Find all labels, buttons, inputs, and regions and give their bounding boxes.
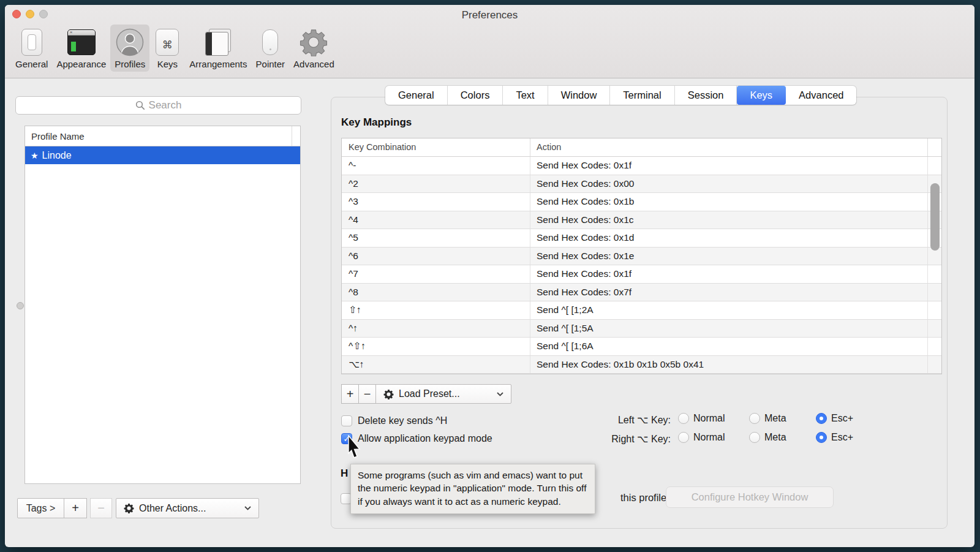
profile-actions-bar: Tags > + − Other Actions... bbox=[17, 498, 259, 518]
gear-icon bbox=[124, 503, 134, 513]
table-body: ^-Send Hex Codes: 0x1f ^2Send Hex Codes:… bbox=[342, 157, 941, 374]
radio-option-esc[interactable]: Esc+ bbox=[816, 413, 853, 424]
toolbar-item-label: General bbox=[15, 59, 48, 69]
radio-button[interactable] bbox=[678, 432, 689, 443]
right-option-radio-group: Normal Meta Esc+ bbox=[678, 432, 853, 443]
remove-profile-button[interactable]: − bbox=[90, 498, 112, 518]
gear-icon bbox=[383, 389, 394, 399]
search-icon bbox=[135, 100, 145, 110]
chevron-down-icon bbox=[244, 506, 251, 510]
window-title: Preferences bbox=[5, 9, 974, 21]
add-mapping-button[interactable]: + bbox=[341, 384, 359, 404]
mouse-icon bbox=[262, 28, 278, 57]
toolbar-item-appearance[interactable]: × Appearance bbox=[52, 25, 110, 72]
tab-text[interactable]: Text bbox=[503, 86, 548, 105]
keypad-checkbox-row: ✓ Allow application keypad mode bbox=[341, 433, 492, 444]
radio-option-esc[interactable]: Esc+ bbox=[816, 432, 853, 443]
configure-hotkey-window-button: Configure Hotkey Window bbox=[666, 486, 834, 508]
toolbar-item-label: Keys bbox=[157, 59, 178, 69]
toolbar-item-keys[interactable]: ⌘ Keys bbox=[149, 25, 185, 72]
radio-option-normal[interactable]: Normal bbox=[678, 432, 749, 443]
table-row[interactable]: ^2Send Hex Codes: 0x00 bbox=[342, 175, 941, 194]
tab-colors[interactable]: Colors bbox=[448, 86, 503, 105]
toolbar-item-general[interactable]: General bbox=[11, 25, 52, 72]
toolbar-item-arrangements[interactable]: Arrangements bbox=[185, 25, 251, 72]
search-input[interactable]: Search bbox=[15, 96, 301, 115]
tab-advanced[interactable]: Advanced bbox=[786, 86, 856, 105]
toolbar-item-pointer[interactable]: Pointer bbox=[252, 25, 290, 72]
default-profile-star-icon: ★ bbox=[31, 151, 39, 161]
toolbar-item-advanced[interactable]: Advanced bbox=[289, 25, 339, 72]
toolbar-item-label: Profiles bbox=[115, 59, 145, 69]
remove-mapping-button[interactable]: − bbox=[358, 384, 376, 404]
table-row[interactable]: ^↑Send ^[ [1;5A bbox=[342, 320, 941, 338]
splitter-handle[interactable] bbox=[17, 302, 24, 309]
delete-key-checkbox-row: Delete key sends ^H bbox=[341, 415, 447, 426]
key-mappings-heading: Key Mappings bbox=[341, 116, 412, 129]
toolbar-item-label: Pointer bbox=[256, 59, 285, 69]
table-row[interactable]: ^5Send Hex Codes: 0x1d bbox=[342, 229, 941, 248]
toolbar-item-label: Arrangements bbox=[189, 59, 247, 69]
load-preset-label: Load Preset... bbox=[399, 388, 460, 399]
person-icon bbox=[116, 28, 144, 57]
profile-name: Linode bbox=[42, 150, 72, 161]
radio-button[interactable] bbox=[749, 413, 760, 424]
column-header-action[interactable]: Action bbox=[530, 138, 928, 156]
tab-session[interactable]: Session bbox=[675, 86, 737, 105]
toolbar-item-profiles[interactable]: Profiles bbox=[110, 25, 149, 72]
command-key-icon: ⌘ bbox=[156, 28, 179, 57]
profile-list: Profile Name ★ Linode bbox=[24, 126, 301, 484]
tags-button[interactable]: Tags > bbox=[17, 498, 64, 518]
radio-button-selected[interactable] bbox=[816, 413, 827, 424]
radio-option-normal[interactable]: Normal bbox=[678, 413, 749, 424]
radio-button[interactable] bbox=[749, 432, 760, 443]
profile-row-linode[interactable]: ★ Linode bbox=[25, 146, 300, 164]
table-row[interactable]: ^6Send Hex Codes: 0x1e bbox=[342, 248, 941, 266]
table-header: Key Combination Action bbox=[342, 138, 941, 157]
appearance-window-icon: × bbox=[67, 28, 96, 57]
keypad-label: Allow application keypad mode bbox=[358, 433, 492, 444]
toolbar: General × Appearance bbox=[11, 25, 339, 72]
radio-option-meta[interactable]: Meta bbox=[749, 432, 816, 443]
toolbar-item-label: Appearance bbox=[56, 59, 106, 69]
delete-key-label: Delete key sends ^H bbox=[358, 415, 447, 426]
key-mappings-table: Key Combination Action ^-Send Hex Codes:… bbox=[341, 138, 942, 374]
keypad-tooltip: Some programs (such as vim and emacs) wa… bbox=[350, 464, 595, 514]
table-scrollbar-thumb[interactable] bbox=[930, 183, 940, 251]
other-actions-label: Other Actions... bbox=[139, 503, 206, 514]
tab-general[interactable]: General bbox=[385, 86, 448, 105]
table-row[interactable]: ⇧↑Send ^[ [1;2A bbox=[342, 301, 941, 320]
other-actions-popup[interactable]: Other Actions... bbox=[116, 498, 259, 518]
hotkey-heading-partial: H bbox=[341, 467, 348, 480]
key-mappings-controls: + − Load Preset... bbox=[341, 384, 511, 404]
table-row[interactable]: ^-Send Hex Codes: 0x1f bbox=[342, 157, 941, 175]
toggle-icon bbox=[21, 28, 42, 57]
column-header-spacer bbox=[928, 138, 941, 156]
preferences-window: Preferences General × Appearance bbox=[5, 5, 974, 547]
profile-list-header[interactable]: Profile Name bbox=[25, 126, 300, 146]
tab-terminal[interactable]: Terminal bbox=[610, 86, 674, 105]
radio-button[interactable] bbox=[678, 413, 689, 424]
column-header-key-combination[interactable]: Key Combination bbox=[342, 138, 530, 156]
add-profile-button[interactable]: + bbox=[64, 498, 87, 518]
profile-tabs: General Colors Text Window Terminal Sess… bbox=[385, 86, 856, 105]
table-row[interactable]: ^8Send Hex Codes: 0x7f bbox=[342, 284, 941, 302]
delete-key-checkbox[interactable] bbox=[341, 415, 352, 426]
tab-window[interactable]: Window bbox=[548, 86, 611, 105]
radio-button-selected[interactable] bbox=[816, 432, 827, 443]
table-row[interactable]: ^7Send Hex Codes: 0x1f bbox=[342, 265, 941, 284]
mouse-cursor-icon bbox=[347, 435, 363, 458]
radio-option-meta[interactable]: Meta bbox=[749, 413, 816, 424]
table-row[interactable]: ^4Send Hex Codes: 0x1c bbox=[342, 211, 941, 230]
table-row[interactable]: ^⇧↑Send ^[ [1;6A bbox=[342, 338, 941, 356]
chevron-down-icon bbox=[497, 392, 503, 396]
windows-stack-icon bbox=[203, 28, 233, 57]
table-row[interactable]: ⌥↑Send Hex Codes: 0x1b 0x1b 0x5b 0x41 bbox=[342, 356, 941, 374]
hotkey-description-partial: this profile. bbox=[620, 492, 669, 504]
tab-keys[interactable]: Keys bbox=[737, 86, 786, 105]
left-option-key-label: Left ⌥ Key: bbox=[548, 414, 671, 426]
load-preset-popup[interactable]: Load Preset... bbox=[375, 384, 511, 404]
search-placeholder: Search bbox=[149, 99, 182, 112]
gear-icon bbox=[300, 28, 328, 57]
table-row[interactable]: ^3Send Hex Codes: 0x1b bbox=[342, 193, 941, 211]
